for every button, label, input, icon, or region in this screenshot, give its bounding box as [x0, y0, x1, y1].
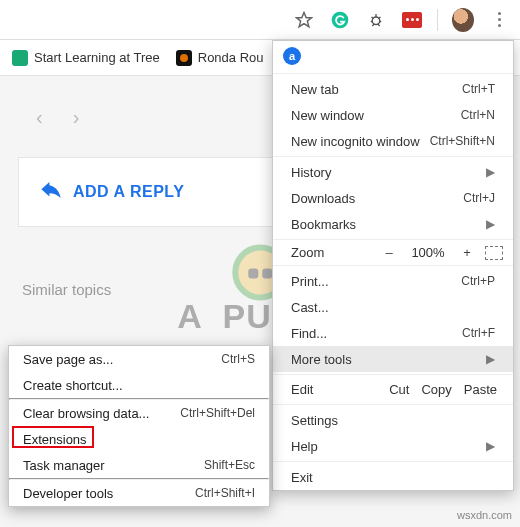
bookmark-item[interactable]: Start Learning at Tree [12, 50, 160, 66]
zoom-out-button[interactable]: – [379, 245, 399, 260]
menu-new-window[interactable]: New window Ctrl+N [273, 102, 513, 128]
menu-label: Cast... [291, 300, 329, 315]
fullscreen-icon[interactable] [485, 246, 503, 260]
menu-label: Settings [291, 413, 338, 428]
menu-find[interactable]: Find... Ctrl+F [273, 320, 513, 346]
lastpass-icon[interactable] [401, 9, 423, 31]
menu-shortcut: Ctrl+Shift+Del [180, 406, 255, 420]
menu-print[interactable]: Print... Ctrl+P [273, 268, 513, 294]
menu-label: Zoom [291, 245, 324, 260]
bookmark-label: Start Learning at Tree [34, 50, 160, 65]
extension-bug-icon[interactable] [365, 9, 387, 31]
svg-marker-0 [297, 12, 312, 26]
menu-incognito[interactable]: New incognito window Ctrl+Shift+N [273, 128, 513, 154]
menu-label: Clear browsing data... [23, 406, 149, 421]
menu-more-tools[interactable]: More tools ▶ [273, 346, 513, 372]
submenu-task-manager[interactable]: Task manager Shift+Esc [9, 452, 269, 478]
chevron-right-icon: ▶ [486, 165, 495, 179]
menu-bookmarks[interactable]: Bookmarks ▶ [273, 211, 513, 237]
chevron-right-icon: ▶ [486, 352, 495, 366]
menu-label: New tab [291, 82, 339, 97]
menu-zoom: Zoom – 100% + [273, 242, 513, 263]
more-tools-submenu: Save page as... Ctrl+S Create shortcut..… [8, 345, 270, 507]
menu-label: Task manager [23, 458, 105, 473]
menu-label: Save page as... [23, 352, 113, 367]
menu-label: Find... [291, 326, 327, 341]
menu-shortcut: Shift+Esc [204, 458, 255, 472]
chrome-main-menu: a New tab Ctrl+T New window Ctrl+N New i… [272, 40, 514, 491]
submenu-save-page[interactable]: Save page as... Ctrl+S [9, 346, 269, 372]
menu-shortcut: Ctrl+N [461, 108, 495, 122]
bookmark-label: Ronda Rou [198, 50, 264, 65]
menu-downloads[interactable]: Downloads Ctrl+J [273, 185, 513, 211]
menu-label: Create shortcut... [23, 378, 123, 393]
zoom-percent: 100% [407, 245, 449, 260]
menu-settings[interactable]: Settings [273, 407, 513, 433]
bookmark-item[interactable]: Ronda Rou [176, 50, 264, 66]
bookmark-favicon-icon [12, 50, 28, 66]
menu-label: More tools [291, 352, 352, 367]
add-reply-label: ADD A REPLY [73, 183, 184, 201]
menu-history[interactable]: History ▶ [273, 159, 513, 185]
edit-paste-button[interactable]: Paste [464, 382, 497, 397]
menu-label: Edit [291, 382, 313, 397]
menu-shortcut: Ctrl+Shift+N [430, 134, 495, 148]
menu-label: Exit [291, 470, 313, 485]
menu-shortcut: Ctrl+T [462, 82, 495, 96]
menu-label: Extensions [23, 432, 87, 447]
submenu-extensions[interactable]: Extensions [9, 426, 269, 452]
menu-new-tab[interactable]: New tab Ctrl+T [273, 76, 513, 102]
star-icon[interactable] [293, 9, 315, 31]
menu-label: History [291, 165, 331, 180]
next-button[interactable]: › [73, 106, 80, 129]
menu-label: Bookmarks [291, 217, 356, 232]
svg-point-3 [180, 54, 188, 62]
zoom-in-button[interactable]: + [457, 245, 477, 260]
chrome-toolbar [0, 0, 520, 40]
submenu-create-shortcut[interactable]: Create shortcut... [9, 372, 269, 398]
menu-header-icons: a [273, 41, 513, 71]
chevron-right-icon: ▶ [486, 439, 495, 453]
svg-point-1 [332, 11, 349, 28]
bookmark-favicon-icon [176, 50, 192, 66]
menu-shortcut: Ctrl+S [221, 352, 255, 366]
profile-avatar[interactable] [452, 9, 474, 31]
menu-help[interactable]: Help ▶ [273, 433, 513, 459]
grammarly-icon[interactable] [329, 9, 351, 31]
image-credit: wsxdn.com [457, 509, 512, 521]
menu-shortcut: Ctrl+P [461, 274, 495, 288]
edit-cut-button[interactable]: Cut [389, 382, 409, 397]
menu-label: New incognito window [291, 134, 420, 149]
submenu-clear-data[interactable]: Clear browsing data... Ctrl+Shift+Del [9, 400, 269, 426]
submenu-dev-tools[interactable]: Developer tools Ctrl+Shift+I [9, 480, 269, 506]
menu-edit-row: Edit Cut Copy Paste [273, 377, 513, 402]
menu-label: Developer tools [23, 486, 113, 501]
divider [437, 9, 438, 31]
edit-copy-button[interactable]: Copy [421, 382, 451, 397]
menu-exit[interactable]: Exit [273, 464, 513, 490]
menu-shortcut: Ctrl+J [463, 191, 495, 205]
menu-shortcut: Ctrl+F [462, 326, 495, 340]
menu-shortcut: Ctrl+Shift+I [195, 486, 255, 500]
menu-label: Help [291, 439, 318, 454]
menu-cast[interactable]: Cast... [273, 294, 513, 320]
extension-a-icon[interactable]: a [283, 47, 301, 65]
kebab-menu-icon[interactable] [488, 9, 510, 31]
menu-label: Downloads [291, 191, 355, 206]
menu-label: New window [291, 108, 364, 123]
reply-icon [41, 182, 61, 202]
menu-label: Print... [291, 274, 329, 289]
prev-button[interactable]: ‹ [36, 106, 43, 129]
chevron-right-icon: ▶ [486, 217, 495, 231]
